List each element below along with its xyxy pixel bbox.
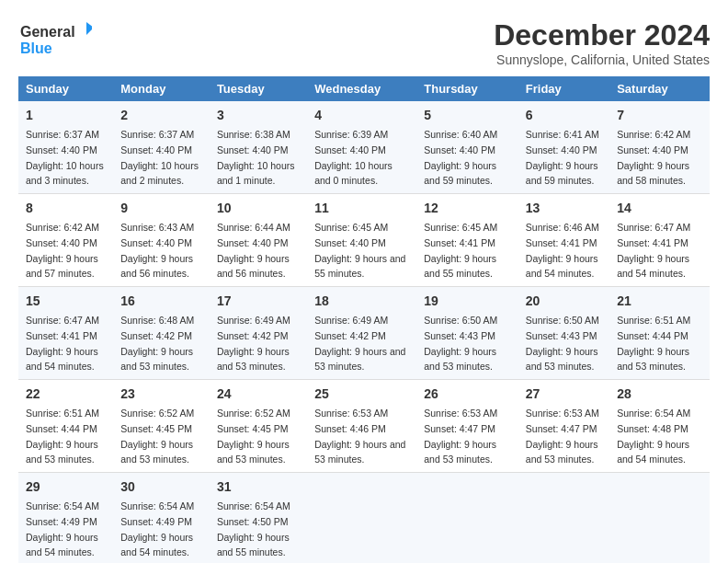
calendar-header: SundayMondayTuesdayWednesdayThursdayFrid…	[18, 76, 710, 101]
calendar-cell	[307, 473, 416, 564]
title-section: December 2024 Sunnyslope, California, Un…	[494, 18, 710, 67]
calendar-cell: 5 Sunrise: 6:40 AMSunset: 4:40 PMDayligh…	[416, 101, 518, 194]
day-number: 10	[217, 199, 300, 218]
calendar-cell: 9 Sunrise: 6:43 AMSunset: 4:40 PMDayligh…	[113, 194, 210, 287]
logo-svg: General Blue	[18, 18, 92, 59]
calendar-week-row: 15 Sunrise: 6:47 AMSunset: 4:41 PMDaylig…	[18, 287, 710, 380]
day-info: Sunrise: 6:40 AMSunset: 4:40 PMDaylight:…	[424, 129, 497, 186]
day-number: 11	[314, 199, 409, 218]
column-header-friday: Friday	[518, 76, 609, 101]
calendar-body: 1 Sunrise: 6:37 AMSunset: 4:40 PMDayligh…	[18, 101, 710, 563]
column-header-saturday: Saturday	[609, 76, 710, 101]
day-number: 2	[120, 106, 202, 125]
day-number: 21	[617, 292, 702, 311]
day-number: 26	[424, 385, 511, 404]
column-header-tuesday: Tuesday	[210, 76, 307, 101]
calendar-week-row: 29 Sunrise: 6:54 AMSunset: 4:49 PMDaylig…	[18, 473, 710, 564]
calendar-cell: 26 Sunrise: 6:53 AMSunset: 4:47 PMDaylig…	[416, 380, 518, 473]
calendar-cell: 30 Sunrise: 6:54 AMSunset: 4:49 PMDaylig…	[113, 473, 210, 564]
calendar-cell: 12 Sunrise: 6:45 AMSunset: 4:41 PMDaylig…	[416, 194, 518, 287]
svg-text:Blue: Blue	[20, 40, 52, 56]
calendar-cell: 27 Sunrise: 6:53 AMSunset: 4:47 PMDaylig…	[518, 380, 609, 473]
calendar-cell: 3 Sunrise: 6:38 AMSunset: 4:40 PMDayligh…	[210, 101, 307, 194]
day-number: 5	[424, 106, 511, 125]
calendar-cell: 6 Sunrise: 6:41 AMSunset: 4:40 PMDayligh…	[518, 101, 609, 194]
day-number: 14	[617, 199, 702, 218]
day-info: Sunrise: 6:53 AMSunset: 4:46 PMDaylight:…	[314, 408, 405, 465]
calendar-cell: 16 Sunrise: 6:48 AMSunset: 4:42 PMDaylig…	[113, 287, 210, 380]
calendar-cell: 4 Sunrise: 6:39 AMSunset: 4:40 PMDayligh…	[307, 101, 416, 194]
day-number: 12	[424, 199, 511, 218]
calendar-cell	[609, 473, 710, 564]
day-info: Sunrise: 6:52 AMSunset: 4:45 PMDaylight:…	[217, 408, 290, 465]
day-info: Sunrise: 6:54 AMSunset: 4:49 PMDaylight:…	[120, 500, 194, 557]
calendar-cell: 17 Sunrise: 6:49 AMSunset: 4:42 PMDaylig…	[210, 287, 307, 380]
calendar-cell: 10 Sunrise: 6:44 AMSunset: 4:40 PMDaylig…	[210, 194, 307, 287]
day-info: Sunrise: 6:48 AMSunset: 4:42 PMDaylight:…	[120, 315, 194, 372]
day-info: Sunrise: 6:51 AMSunset: 4:44 PMDaylight:…	[26, 408, 99, 465]
calendar-table: SundayMondayTuesdayWednesdayThursdayFrid…	[18, 76, 710, 563]
day-number: 16	[120, 292, 202, 311]
calendar-cell: 2 Sunrise: 6:37 AMSunset: 4:40 PMDayligh…	[113, 101, 210, 194]
day-info: Sunrise: 6:42 AMSunset: 4:40 PMDaylight:…	[26, 222, 99, 279]
calendar-cell: 14 Sunrise: 6:47 AMSunset: 4:41 PMDaylig…	[609, 194, 710, 287]
day-info: Sunrise: 6:37 AMSunset: 4:40 PMDaylight:…	[26, 129, 104, 186]
calendar-cell: 19 Sunrise: 6:50 AMSunset: 4:43 PMDaylig…	[416, 287, 518, 380]
day-info: Sunrise: 6:38 AMSunset: 4:40 PMDaylight:…	[217, 129, 295, 186]
day-info: Sunrise: 6:53 AMSunset: 4:47 PMDaylight:…	[526, 408, 599, 465]
calendar-cell: 11 Sunrise: 6:45 AMSunset: 4:40 PMDaylig…	[307, 194, 416, 287]
calendar-cell: 28 Sunrise: 6:54 AMSunset: 4:48 PMDaylig…	[609, 380, 710, 473]
day-info: Sunrise: 6:49 AMSunset: 4:42 PMDaylight:…	[314, 315, 405, 372]
main-title: December 2024	[494, 18, 710, 52]
day-info: Sunrise: 6:45 AMSunset: 4:41 PMDaylight:…	[424, 222, 497, 279]
calendar-week-row: 1 Sunrise: 6:37 AMSunset: 4:40 PMDayligh…	[18, 101, 710, 194]
day-number: 9	[120, 199, 202, 218]
day-info: Sunrise: 6:47 AMSunset: 4:41 PMDaylight:…	[617, 222, 690, 279]
subtitle: Sunnyslope, California, United States	[494, 52, 710, 67]
calendar-week-row: 22 Sunrise: 6:51 AMSunset: 4:44 PMDaylig…	[18, 380, 710, 473]
day-number: 17	[217, 292, 300, 311]
day-number: 24	[217, 385, 300, 404]
day-number: 31	[217, 477, 300, 497]
day-number: 4	[314, 106, 409, 125]
column-header-wednesday: Wednesday	[307, 76, 416, 101]
calendar-cell: 25 Sunrise: 6:53 AMSunset: 4:46 PMDaylig…	[307, 380, 416, 473]
day-info: Sunrise: 6:50 AMSunset: 4:43 PMDaylight:…	[424, 315, 497, 372]
day-info: Sunrise: 6:41 AMSunset: 4:40 PMDaylight:…	[526, 129, 599, 186]
day-info: Sunrise: 6:46 AMSunset: 4:41 PMDaylight:…	[526, 222, 599, 279]
day-info: Sunrise: 6:52 AMSunset: 4:45 PMDaylight:…	[120, 408, 194, 465]
day-info: Sunrise: 6:54 AMSunset: 4:50 PMDaylight:…	[217, 500, 290, 557]
day-number: 13	[526, 199, 602, 218]
calendar-cell: 8 Sunrise: 6:42 AMSunset: 4:40 PMDayligh…	[18, 194, 113, 287]
calendar-cell: 23 Sunrise: 6:52 AMSunset: 4:45 PMDaylig…	[113, 380, 210, 473]
day-number: 30	[120, 477, 202, 497]
calendar-cell: 7 Sunrise: 6:42 AMSunset: 4:40 PMDayligh…	[609, 101, 710, 194]
calendar-cell: 13 Sunrise: 6:46 AMSunset: 4:41 PMDaylig…	[518, 194, 609, 287]
day-info: Sunrise: 6:37 AMSunset: 4:40 PMDaylight:…	[120, 129, 199, 186]
day-number: 22	[26, 385, 106, 404]
day-info: Sunrise: 6:43 AMSunset: 4:40 PMDaylight:…	[120, 222, 194, 279]
calendar-cell: 15 Sunrise: 6:47 AMSunset: 4:41 PMDaylig…	[18, 287, 113, 380]
calendar-week-row: 8 Sunrise: 6:42 AMSunset: 4:40 PMDayligh…	[18, 194, 710, 287]
day-number: 18	[314, 292, 409, 311]
day-number: 7	[617, 106, 702, 125]
calendar-cell: 22 Sunrise: 6:51 AMSunset: 4:44 PMDaylig…	[18, 380, 113, 473]
header-row: SundayMondayTuesdayWednesdayThursdayFrid…	[18, 76, 710, 101]
svg-text:General: General	[20, 24, 75, 40]
calendar-cell: 20 Sunrise: 6:50 AMSunset: 4:43 PMDaylig…	[518, 287, 609, 380]
day-info: Sunrise: 6:49 AMSunset: 4:42 PMDaylight:…	[217, 315, 290, 372]
calendar-cell: 24 Sunrise: 6:52 AMSunset: 4:45 PMDaylig…	[210, 380, 307, 473]
column-header-thursday: Thursday	[416, 76, 518, 101]
calendar-cell: 29 Sunrise: 6:54 AMSunset: 4:49 PMDaylig…	[18, 473, 113, 564]
column-header-monday: Monday	[113, 76, 210, 101]
day-number: 6	[526, 106, 602, 125]
calendar-cell: 18 Sunrise: 6:49 AMSunset: 4:42 PMDaylig…	[307, 287, 416, 380]
calendar-cell: 21 Sunrise: 6:51 AMSunset: 4:44 PMDaylig…	[609, 287, 710, 380]
day-info: Sunrise: 6:50 AMSunset: 4:43 PMDaylight:…	[526, 315, 599, 372]
svg-marker-2	[86, 22, 92, 35]
day-number: 8	[26, 199, 106, 218]
day-number: 23	[120, 385, 202, 404]
day-info: Sunrise: 6:54 AMSunset: 4:48 PMDaylight:…	[617, 408, 690, 465]
day-info: Sunrise: 6:39 AMSunset: 4:40 PMDaylight:…	[314, 129, 392, 186]
day-number: 20	[526, 292, 602, 311]
